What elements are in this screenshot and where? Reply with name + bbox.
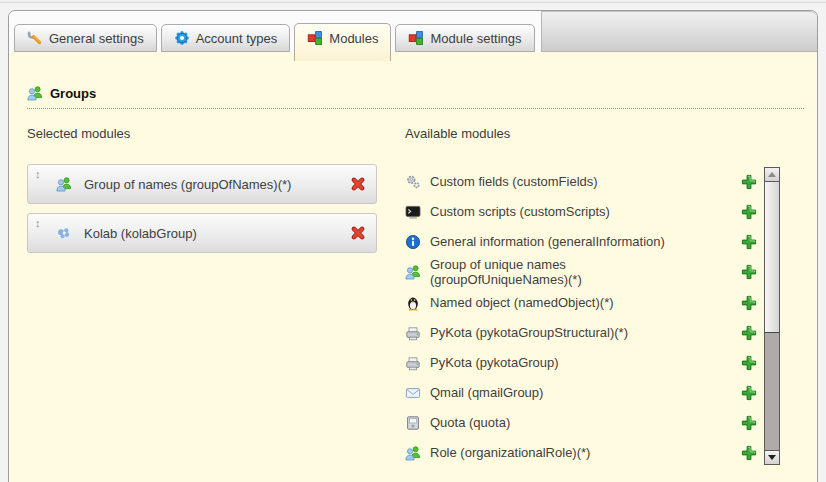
modules-tab-content: Groups Selected modules ↕Group of names … (9, 85, 817, 468)
envelope-icon (405, 385, 421, 401)
tab-bar-filler (541, 11, 817, 52)
terminal-icon (405, 204, 421, 220)
tab-bar: General settingsAccount typesModulesModu… (9, 11, 817, 52)
delete-button[interactable] (350, 225, 366, 241)
tab-label: Modules (329, 31, 378, 46)
available-module-label: Group of unique names (groupOfUniqueName… (430, 257, 692, 288)
available-module-row: General information (generalInformation) (405, 227, 757, 257)
available-module-label: PyKota (pykotaGroupStructural)(*) (430, 325, 628, 340)
gears-icon (405, 174, 421, 190)
available-module-row: Role (organizationalRole)(*) (405, 438, 757, 468)
tab-module-settings[interactable]: Module settings (395, 24, 534, 52)
scroll-up-button[interactable] (765, 168, 779, 182)
available-module-label: Custom fields (customFields) (430, 174, 598, 189)
tab-label: Account types (196, 31, 278, 46)
selected-module-row: ↕Group of names (groupOfNames)(*) (27, 164, 377, 204)
gear-icon (174, 30, 190, 46)
selected-module-label: Kolab (kolabGroup) (84, 226, 197, 241)
selected-modules-list: ↕Group of names (groupOfNames)(*)↕Kolab … (27, 164, 377, 253)
penguin-icon (405, 295, 421, 311)
groups-icon (405, 264, 421, 280)
page-title: Groups (50, 86, 96, 101)
add-button[interactable] (741, 204, 757, 220)
add-button[interactable] (741, 445, 757, 461)
groups-icon (56, 176, 72, 192)
available-module-row: Named object (namedObject)(*) (405, 288, 757, 318)
available-modules-heading: Available modules (405, 126, 809, 141)
add-button[interactable] (741, 234, 757, 250)
available-module-label: Qmail (qmailGroup) (430, 385, 543, 400)
add-button[interactable] (741, 385, 757, 401)
kolab-icon (56, 225, 72, 241)
info-icon (405, 234, 421, 250)
scrollbar[interactable] (764, 167, 780, 465)
modules-icon (307, 30, 323, 46)
drag-handle-icon[interactable]: ↕ (35, 218, 47, 229)
add-button[interactable] (741, 355, 757, 371)
tab-general-settings[interactable]: General settings (14, 24, 157, 52)
available-module-label: Quota (quota) (430, 415, 510, 430)
available-module-label: General information (generalInformation) (430, 234, 665, 249)
selected-module-row: ↕Kolab (kolabGroup) (27, 213, 377, 253)
tab-account-types[interactable]: Account types (161, 24, 291, 52)
selected-modules-column: Selected modules ↕Group of names (groupO… (27, 126, 377, 468)
available-module-row: PyKota (pykotaGroupStructural)(*) (405, 318, 757, 348)
printer-icon (405, 355, 421, 371)
available-module-row: Group of unique names (groupOfUniqueName… (405, 257, 757, 288)
drag-handle-icon[interactable]: ↕ (35, 169, 47, 180)
available-module-row: Custom fields (customFields) (405, 167, 757, 197)
section-header: Groups (27, 85, 804, 109)
available-module-row: Quota (quota) (405, 408, 757, 438)
available-module-label: Custom scripts (customScripts) (430, 204, 610, 219)
available-module-label: PyKota (pykotaGroup) (430, 355, 559, 370)
available-modules-column: Available modules Custom fields (customF… (405, 126, 809, 468)
tab-label: Module settings (430, 31, 521, 46)
page-top-divider (0, 0, 826, 3)
arrow-up-icon (768, 172, 776, 177)
quota-icon (405, 415, 421, 431)
modules-icon (408, 30, 424, 46)
tab-label: General settings (49, 31, 144, 46)
settings-panel: General settingsAccount typesModulesModu… (8, 10, 818, 482)
available-module-row: Qmail (qmailGroup) (405, 378, 757, 408)
add-button[interactable] (741, 325, 757, 341)
add-button[interactable] (741, 415, 757, 431)
available-module-row: PyKota (pykotaGroup) (405, 348, 757, 378)
arrow-down-icon (768, 455, 776, 460)
printer-icon (405, 325, 421, 341)
available-module-row: Custom scripts (customScripts) (405, 197, 757, 227)
selected-module-label: Group of names (groupOfNames)(*) (84, 177, 291, 192)
available-modules-list: Custom fields (customFields)Custom scrip… (405, 167, 757, 468)
add-button[interactable] (741, 295, 757, 311)
selected-modules-heading: Selected modules (27, 126, 377, 141)
wrench-icon (27, 30, 43, 46)
scroll-down-button[interactable] (765, 450, 779, 464)
available-module-label: Role (organizationalRole)(*) (430, 445, 590, 460)
groups-icon (405, 445, 421, 461)
tab-modules[interactable]: Modules (294, 23, 391, 61)
add-button[interactable] (741, 174, 757, 190)
groups-icon (27, 85, 43, 101)
scroll-thumb[interactable] (765, 182, 779, 333)
available-module-label: Named object (namedObject)(*) (430, 295, 614, 310)
delete-button[interactable] (350, 176, 366, 192)
add-button[interactable] (741, 264, 757, 280)
